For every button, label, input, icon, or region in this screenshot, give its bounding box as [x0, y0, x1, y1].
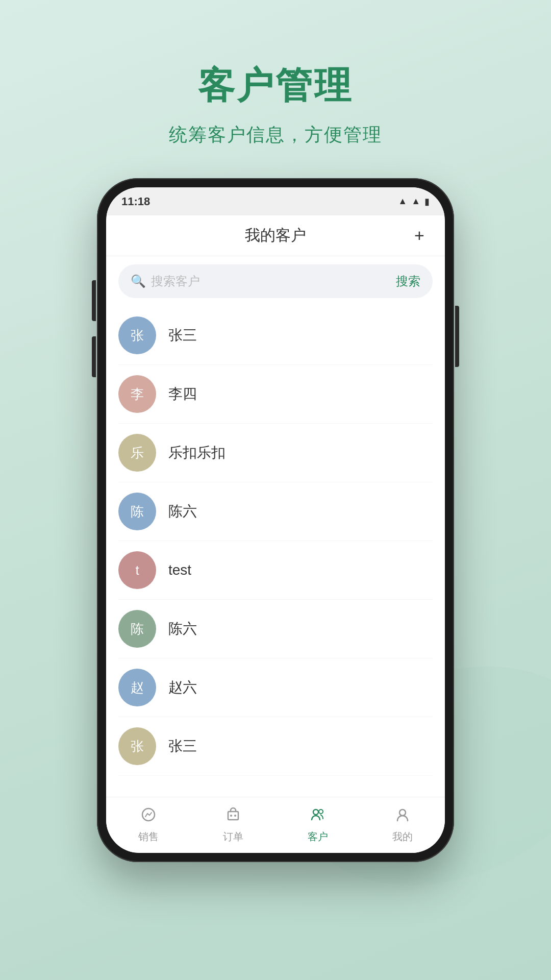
status-time: 11:18 — [121, 195, 150, 208]
status-bar: 11:18 ▲ ▲ ▮ — [106, 187, 445, 215]
avatar: 赵 — [118, 669, 156, 706]
wifi-icon: ▲ — [398, 196, 407, 207]
list-item[interactable]: 陈陈六 — [118, 600, 433, 658]
avatar: t — [118, 551, 156, 589]
avatar: 陈 — [118, 610, 156, 648]
svg-point-6 — [399, 810, 406, 816]
avatar: 陈 — [118, 493, 156, 530]
list-item[interactable]: 张张三 — [118, 717, 433, 776]
search-input[interactable]: 搜索客户 — [151, 273, 391, 289]
phone-screen: 11:18 ▲ ▲ ▮ 我的客户 + 🔍 搜索客户 搜索 张张三李李四乐乐扣乐扣… — [106, 187, 445, 853]
nav-item-sales[interactable]: 销售 — [106, 806, 191, 844]
bottom-nav: 销售订单客户我的 — [106, 797, 445, 853]
mine-nav-icon — [394, 806, 411, 827]
sales-nav-label: 销售 — [138, 830, 159, 844]
search-bar[interactable]: 🔍 搜索客户 搜索 — [118, 264, 433, 298]
svg-point-5 — [319, 810, 323, 814]
add-customer-button[interactable]: + — [409, 226, 430, 246]
svg-point-2 — [230, 815, 232, 817]
list-item[interactable]: 乐乐扣乐扣 — [118, 424, 433, 482]
customers-nav-label: 客户 — [308, 830, 328, 844]
customer-name: 赵六 — [168, 678, 197, 697]
status-icons: ▲ ▲ ▮ — [398, 196, 430, 207]
list-item[interactable]: 李李四 — [118, 365, 433, 424]
svg-point-3 — [234, 815, 236, 817]
battery-icon: ▮ — [424, 196, 430, 207]
orders-nav-icon — [225, 806, 241, 827]
list-item[interactable]: ttest — [118, 541, 433, 600]
list-item[interactable]: 赵赵六 — [118, 658, 433, 717]
search-container: 🔍 搜索客户 搜索 — [106, 256, 445, 306]
phone-mockup: 11:18 ▲ ▲ ▮ 我的客户 + 🔍 搜索客户 搜索 张张三李李四乐乐扣乐扣… — [97, 178, 454, 862]
sales-nav-icon — [140, 806, 157, 827]
list-item[interactable]: 陈陈六 — [118, 482, 433, 541]
nav-item-orders[interactable]: 订单 — [191, 806, 276, 844]
orders-nav-label: 订单 — [223, 830, 243, 844]
power-btn — [455, 306, 459, 367]
customer-name: 陈六 — [168, 619, 197, 639]
customer-name: 张三 — [168, 326, 197, 345]
customer-name: 陈六 — [168, 502, 197, 521]
nav-item-mine[interactable]: 我的 — [360, 806, 445, 844]
customers-nav-icon — [310, 806, 326, 827]
avatar: 乐 — [118, 434, 156, 472]
mine-nav-label: 我的 — [392, 830, 413, 844]
list-item[interactable]: 张张三 — [118, 306, 433, 365]
svg-rect-1 — [228, 812, 238, 820]
nav-item-customers[interactable]: 客户 — [276, 806, 360, 844]
customer-name: 张三 — [168, 737, 197, 756]
avatar: 李 — [118, 375, 156, 413]
vol-down-btn — [92, 336, 96, 377]
header-title: 我的客户 — [245, 225, 306, 246]
customer-name: 李四 — [168, 384, 197, 404]
customer-list: 张张三李李四乐乐扣乐扣陈陈六ttest陈陈六赵赵六张张三 — [106, 306, 445, 797]
avatar: 张 — [118, 316, 156, 354]
vol-up-btn — [92, 280, 96, 321]
app-header: 我的客户 + — [106, 215, 445, 256]
signal-icon: ▲ — [411, 196, 420, 207]
customer-name: 乐扣乐扣 — [168, 443, 226, 462]
search-button[interactable]: 搜索 — [396, 273, 420, 289]
search-icon: 🔍 — [131, 274, 146, 288]
svg-point-4 — [313, 810, 318, 815]
avatar: 张 — [118, 727, 156, 765]
page-title: 客户管理 — [198, 61, 353, 110]
page-subtitle: 统筹客户信息，方便管理 — [169, 122, 382, 148]
customer-name: test — [168, 562, 191, 578]
